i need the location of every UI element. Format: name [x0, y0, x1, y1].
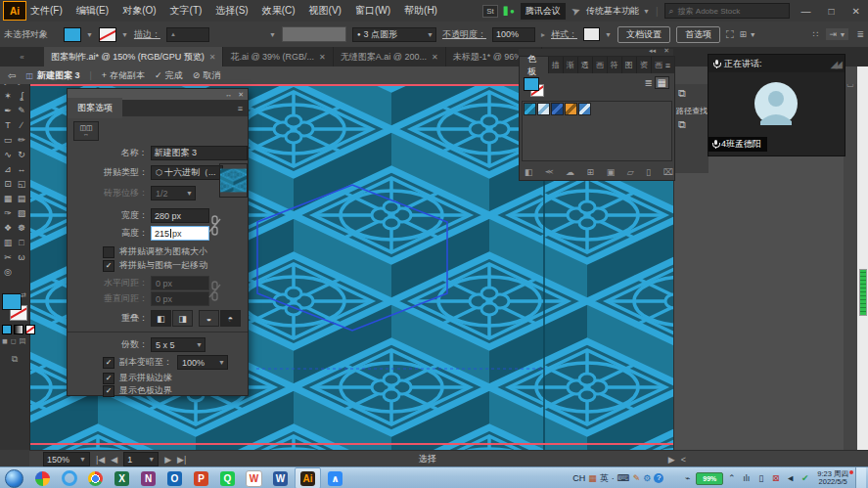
tab-scroll-left-icon[interactable]: «: [0, 53, 44, 62]
keyboard-icon[interactable]: ⌨: [617, 473, 630, 483]
defender-shield-icon[interactable]: ✔: [799, 473, 810, 483]
shaper-tool[interactable]: ∿: [1, 148, 15, 162]
taskbar-illustrator[interactable]: Ai: [295, 467, 321, 488]
clock[interactable]: 9:23 周四 2022/5/5: [813, 470, 852, 486]
menu-item-4[interactable]: 选择(S): [215, 4, 248, 18]
dim-copies-dropdown[interactable]: 100%▼: [177, 355, 228, 370]
swatch-libraries-icon[interactable]: ◧: [525, 167, 533, 177]
unite-shape-button[interactable]: ⧉: [674, 87, 708, 100]
close-tab-icon[interactable]: ✕: [209, 53, 216, 62]
meeting-speaker-overlay[interactable]: 正在讲话: ◢◢ 4班孟德阳: [708, 54, 845, 156]
copies-dropdown[interactable]: 5 x 5▼: [151, 337, 206, 352]
menu-item-0[interactable]: 文件(F): [30, 4, 63, 18]
symbol-sprayer-tool[interactable]: ☸: [15, 221, 28, 236]
exit-pattern-mode-icon[interactable]: ⇦: [8, 70, 16, 81]
artboard-number-field[interactable]: 1▼: [123, 452, 159, 466]
taskbar-powerpoint[interactable]: P: [189, 468, 213, 488]
tile-type-dropdown[interactable]: ⬡十六进制（...▼: [151, 165, 223, 180]
magic-wand-tool[interactable]: ✶: [1, 89, 15, 104]
hidden-icons-chevron[interactable]: ⌃: [726, 473, 737, 483]
menu-item-8[interactable]: 帮助(H): [404, 4, 437, 18]
taskbar-iqiyi[interactable]: Q: [215, 468, 240, 488]
menu-item-6[interactable]: 视图(V): [309, 4, 342, 18]
new-swatch-icon[interactable]: ▯: [646, 167, 651, 177]
eyedropper-tool[interactable]: ✑: [1, 206, 15, 221]
panel-tab-1[interactable]: 渐: [563, 57, 577, 73]
column-graph-tool[interactable]: ▥: [1, 236, 15, 250]
taskbar-search-app[interactable]: [57, 468, 81, 488]
panel-tab-3[interactable]: 画: [592, 57, 607, 73]
perspective-grid-tool[interactable]: ▦: [1, 192, 15, 206]
stroke-swatch-none[interactable]: [99, 27, 116, 42]
pen-tool[interactable]: ✒: [1, 104, 15, 118]
none-mode-button[interactable]: [25, 325, 35, 334]
pattern-tile-tool-button[interactable]: ◫◫↔: [73, 121, 99, 141]
close-button[interactable]: ✕: [846, 6, 868, 17]
style-label[interactable]: 样式：: [551, 28, 577, 41]
dim-copies-checkbox[interactable]: ✓: [103, 357, 114, 369]
panel-tab-5[interactable]: 图: [621, 57, 636, 73]
taskbar-chrome[interactable]: [83, 468, 108, 488]
swatches-tab[interactable]: 色板: [520, 57, 548, 73]
list-view-icon[interactable]: ≣: [645, 77, 653, 88]
fill-proxy[interactable]: [2, 293, 22, 310]
pattern-options-panel[interactable]: ↔ ✕ 图案选项 ≡ ◫◫↔ 名称： 新建图案 3 拼贴类型： ⬡十六进制（..…: [67, 88, 249, 396]
collapse-panel-icon[interactable]: ↔: [225, 91, 232, 98]
opacity-label[interactable]: 不透明度：: [442, 28, 486, 41]
start-button[interactable]: [2, 468, 26, 488]
stroke-weight-label[interactable]: 描边：: [134, 28, 160, 41]
draw-inside-icon[interactable]: 回: [20, 336, 26, 346]
menu-item-7[interactable]: 窗口(W): [355, 4, 390, 18]
rotate-tool[interactable]: ↻: [15, 148, 28, 162]
type-tool[interactable]: T: [1, 118, 15, 133]
screen-mode-icon[interactable]: ⧉: [0, 354, 29, 365]
close-tab-icon[interactable]: ✕: [319, 53, 326, 62]
draw-normal-icon[interactable]: ◼: [2, 337, 8, 345]
doc-tab-seamless[interactable]: 无缝图案A.ai @ 200...✕: [334, 47, 446, 67]
curvature-tool[interactable]: ✎: [15, 104, 28, 118]
rectangle-tool[interactable]: ▭: [1, 133, 15, 148]
fill-swatch[interactable]: [64, 27, 81, 42]
taskbar-wps[interactable]: W: [242, 468, 266, 488]
taskbar-browser-pinwheel[interactable]: [30, 468, 55, 488]
signal-bars-icon[interactable]: ılı: [741, 473, 752, 483]
volume-icon[interactable]: ◄: [785, 473, 796, 483]
gradient-tool[interactable]: ▧: [15, 206, 28, 221]
move-with-art-checkbox[interactable]: ✓: [103, 260, 114, 272]
meeting-floatbar[interactable]: 腾讯会议: [521, 3, 566, 20]
brush-definition-dropdown[interactable]: [282, 26, 346, 42]
pattern-swatch-2[interactable]: [537, 103, 550, 115]
next-artboard-icon[interactable]: ▶: [164, 455, 171, 465]
blend-tool[interactable]: ❖: [1, 221, 15, 236]
maximize-button[interactable]: □: [823, 6, 841, 17]
panel-tab-2[interactable]: 透: [577, 57, 592, 73]
prev-artboard-icon[interactable]: ◀: [111, 455, 117, 465]
opacity-field[interactable]: 100%: [492, 27, 535, 42]
battery-status-icon[interactable]: ▯: [755, 473, 766, 483]
last-artboard-icon[interactable]: ▶|: [177, 455, 186, 465]
swap-fill-stroke-icon[interactable]: ⇄: [21, 291, 26, 299]
show-tile-edge-checkbox[interactable]: ✓: [103, 373, 114, 384]
menu-item-3[interactable]: 文字(T): [170, 4, 203, 18]
pattern-swatch-5[interactable]: [578, 103, 591, 115]
swatch-themes-icon[interactable]: ⊞: [587, 167, 595, 177]
pattern-name-input[interactable]: 新建图案 3: [151, 146, 248, 160]
meeting-sidebar[interactable]: [857, 49, 868, 450]
panel-collapse-icon[interactable]: ◂◂: [649, 47, 656, 55]
lasso-tool[interactable]: ʆ: [15, 89, 28, 104]
panel-dock-icon[interactable]: ⇥ ▼: [826, 28, 848, 40]
pattern-options-tab[interactable]: 图案选项: [68, 98, 122, 118]
menu-item-1[interactable]: 编辑(E): [76, 4, 109, 18]
ime-mode[interactable]: 英: [600, 472, 609, 485]
taskbar-word[interactable]: W: [268, 468, 293, 488]
doc-tab-pattern[interactable]: 图案制作.ai* @ 150% (RGB/GPU 预览)✕: [44, 47, 223, 67]
doc-tab-flower[interactable]: 花.ai @ 39% (RGB/...✕: [223, 47, 333, 67]
taskbar-tencent-meeting[interactable]: ∧: [323, 468, 347, 488]
draw-behind-icon[interactable]: ◻: [11, 337, 17, 345]
menu-item-2[interactable]: 对象(O): [122, 4, 156, 18]
ime-pen-icon[interactable]: ✎: [633, 473, 641, 483]
pattern-swatch-4[interactable]: [565, 103, 577, 115]
overlap-top-front-button[interactable]: ◒: [199, 310, 219, 327]
ime-grid-icon[interactable]: ▦: [588, 473, 597, 483]
free-transform-tool[interactable]: ⊡: [1, 177, 15, 192]
